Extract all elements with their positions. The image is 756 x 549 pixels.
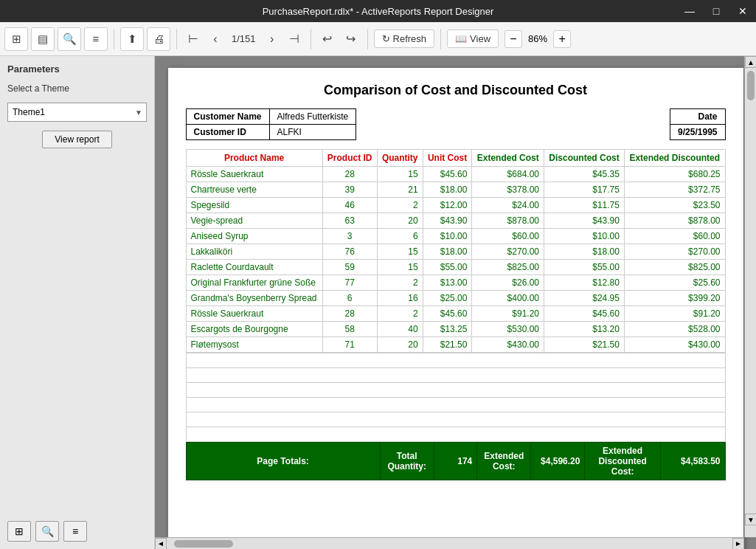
window-title: PurchaseReport.rdlx* - ActiveReports Rep… <box>263 6 494 17</box>
scroll-thumb-horizontal[interactable] <box>174 540 233 548</box>
theme-select[interactable]: Theme1 Theme2 Theme3 <box>7 103 147 122</box>
total-qty-label: Total Quantity: <box>380 443 434 480</box>
cell-unit: $21.50 <box>423 337 472 353</box>
cell-ext: $878.00 <box>472 213 544 229</box>
sidebar-title: Parameters <box>7 63 147 75</box>
cell-disc: $21.50 <box>544 337 625 353</box>
export-button[interactable]: ⬆ <box>120 27 144 51</box>
cell-ext: $400.00 <box>472 291 544 306</box>
cell-disc: $17.75 <box>544 182 625 198</box>
next-page-button[interactable]: › <box>262 29 282 49</box>
first-page-button[interactable]: ⊢ <box>183 29 204 49</box>
scroll-thumb-vertical[interactable] <box>747 71 755 100</box>
cell-product: Escargots de Bourgogne <box>186 322 322 337</box>
cell-pid: 58 <box>322 322 377 337</box>
prev-page-button[interactable]: ‹ <box>205 29 226 49</box>
cell-unit: $25.00 <box>423 291 472 306</box>
view-report-button[interactable]: View report <box>42 131 111 148</box>
sidebar-icon-2[interactable]: 🔍 <box>35 521 59 542</box>
cell-extdisc: $399.20 <box>624 291 725 306</box>
close-button[interactable]: ✕ <box>729 0 756 22</box>
main-layout: Parameters Select a Theme Theme1 Theme2 … <box>0 56 756 549</box>
sidebar-icon-1[interactable]: ⊞ <box>7 521 31 542</box>
empty-row-5 <box>186 412 725 427</box>
list-button[interactable]: ≡ <box>84 27 108 51</box>
scroll-right-arrow[interactable]: ► <box>732 538 744 550</box>
cell-pid: 59 <box>322 260 377 275</box>
cell-qty: 20 <box>377 337 423 353</box>
cell-product: Lakkaliköri <box>186 244 322 260</box>
cell-qty: 40 <box>377 322 423 337</box>
separator-3 <box>311 29 311 49</box>
scroll-up-arrow[interactable]: ▲ <box>745 56 756 68</box>
search-button[interactable]: 🔍 <box>58 27 81 51</box>
ext-disc-value: $4,583.50 <box>660 443 725 480</box>
zoom-controls: − 86% + <box>504 30 571 48</box>
footer-row: Page Totals: Total Quantity: 174 Extende… <box>186 443 725 480</box>
customer-name-label: Customer Name <box>186 109 269 125</box>
cell-extdisc: $680.25 <box>624 167 725 182</box>
table-row: Vegie-spread 63 20 $43.90 $878.00 $43.90… <box>186 213 725 229</box>
cell-extdisc: $91.20 <box>624 306 725 322</box>
maximize-button[interactable]: □ <box>703 0 729 22</box>
zoom-in-button[interactable]: + <box>553 30 571 48</box>
cell-extdisc: $372.75 <box>624 182 725 198</box>
cell-unit: $18.00 <box>423 244 472 260</box>
scroll-left-arrow[interactable]: ◄ <box>155 538 167 550</box>
last-page-button[interactable]: ⊣ <box>284 29 305 49</box>
cell-disc: $11.75 <box>544 198 625 213</box>
customer-name-row: Customer Name Alfreds Futterkiste <box>186 109 356 125</box>
view-button[interactable]: 📖 View <box>447 30 499 48</box>
view-label: View <box>470 33 490 44</box>
col-header-product: Product Name <box>186 150 322 167</box>
minimize-button[interactable]: — <box>676 0 703 22</box>
sidebar-icon-3[interactable]: ≡ <box>63 521 87 542</box>
table-row: Spegesild 46 2 $12.00 $24.00 $11.75 $23.… <box>186 198 725 213</box>
scroll-down-arrow[interactable]: ▼ <box>745 514 756 525</box>
theme-label: Select a Theme <box>7 83 147 94</box>
data-table: Product Name Product ID Quantity Unit Co… <box>186 149 726 353</box>
cell-disc: $10.00 <box>544 229 625 244</box>
separator-4 <box>367 29 368 49</box>
book-icon: 📖 <box>455 33 467 44</box>
table-row: Raclette Courdavault 59 15 $55.00 $825.0… <box>186 260 725 275</box>
empty-body <box>186 353 725 442</box>
date-row: Date <box>670 109 725 125</box>
empty-row-4 <box>186 398 725 412</box>
cell-pid: 63 <box>322 213 377 229</box>
separator-1 <box>114 29 114 49</box>
cell-ext: $270.00 <box>472 244 544 260</box>
cell-ext: $26.00 <box>472 275 544 291</box>
panel-button[interactable]: ▤ <box>31 27 55 51</box>
customer-name-value: Alfreds Futterkiste <box>269 109 356 125</box>
cell-product: Raclette Courdavault <box>186 260 322 275</box>
theme-select-wrapper: Theme1 Theme2 Theme3 ▼ <box>7 103 147 122</box>
cell-product: Spegesild <box>186 198 322 213</box>
cell-pid: 76 <box>322 244 377 260</box>
cell-product: Rössle Sauerkraut <box>186 167 322 182</box>
cell-qty: 15 <box>377 167 423 182</box>
refresh-button[interactable]: ↻ Refresh <box>374 30 435 48</box>
window-controls: — □ ✕ <box>676 0 756 22</box>
page-totals-label: Page Totals: <box>186 443 380 480</box>
cell-ext: $825.00 <box>472 260 544 275</box>
customer-id-value: ALFKI <box>269 125 356 140</box>
print-button[interactable]: 🖨 <box>147 27 170 51</box>
ext-cost-value: $4,596.20 <box>531 443 585 480</box>
cell-qty: 2 <box>377 306 423 322</box>
ext-cost-label: Extended Cost: <box>477 443 531 480</box>
back-button[interactable]: ↩ <box>317 29 338 49</box>
cell-disc: $24.95 <box>544 291 625 306</box>
cell-unit: $13.00 <box>423 275 472 291</box>
separator-2 <box>176 29 177 49</box>
zoom-out-button[interactable]: − <box>504 30 522 48</box>
cell-pid: 46 <box>322 198 377 213</box>
new-tab-button[interactable]: ⊞ <box>4 27 28 51</box>
zoom-level: 86% <box>525 33 550 44</box>
empty-rows-table <box>186 353 726 442</box>
vertical-scrollbar[interactable]: ▲ ▼ <box>744 56 756 537</box>
forward-button[interactable]: ↪ <box>341 29 361 49</box>
col-header-pid: Product ID <box>322 150 377 167</box>
horizontal-scrollbar[interactable]: ◄ ► <box>155 537 744 549</box>
sidebar: Parameters Select a Theme Theme1 Theme2 … <box>0 56 155 549</box>
